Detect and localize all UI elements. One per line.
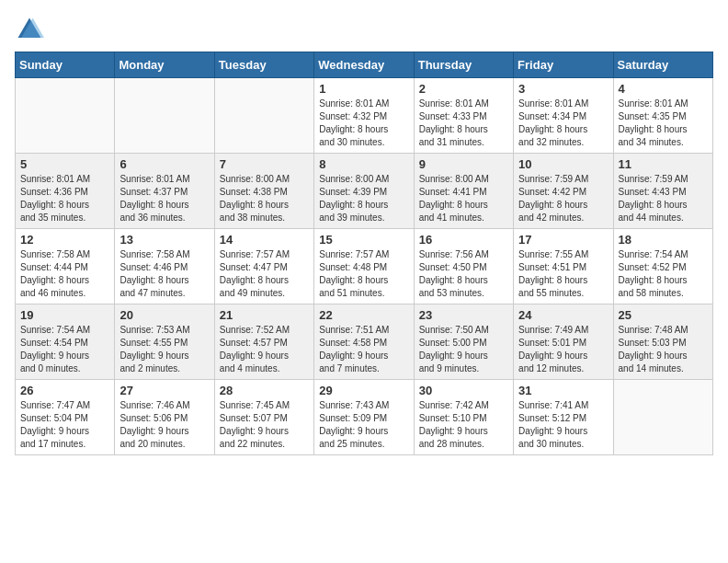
header-tuesday: Tuesday [214, 52, 313, 78]
calendar-cell: 8Sunrise: 8:00 AM Sunset: 4:39 PM Daylig… [314, 154, 414, 229]
cell-day-number: 3 [518, 82, 608, 96]
cell-day-number: 18 [619, 233, 708, 247]
cell-day-number: 20 [119, 308, 209, 322]
cell-day-number: 25 [619, 308, 708, 322]
calendar-cell [214, 78, 313, 154]
calendar-week-4: 19Sunrise: 7:54 AM Sunset: 4:54 PM Dayli… [16, 304, 713, 380]
cell-day-info: Sunrise: 7:48 AM Sunset: 5:03 PM Dayligh… [619, 324, 708, 375]
calendar-week-5: 26Sunrise: 7:47 AM Sunset: 5:04 PM Dayli… [16, 380, 713, 455]
cell-day-number: 5 [20, 157, 109, 171]
cell-day-number: 14 [220, 233, 309, 247]
cell-day-info: Sunrise: 7:46 AM Sunset: 5:06 PM Dayligh… [119, 399, 209, 451]
cell-day-info: Sunrise: 7:41 AM Sunset: 5:12 PM Dayligh… [518, 399, 608, 451]
calendar-cell: 26Sunrise: 7:47 AM Sunset: 5:04 PM Dayli… [16, 380, 115, 455]
header-sunday: Sunday [16, 52, 115, 78]
cell-day-number: 24 [518, 308, 608, 322]
calendar-cell: 16Sunrise: 7:56 AM Sunset: 4:50 PM Dayli… [414, 229, 513, 304]
cell-day-number: 29 [319, 384, 408, 397]
calendar-cell: 31Sunrise: 7:41 AM Sunset: 5:12 PM Dayli… [514, 380, 613, 455]
calendar-cell: 21Sunrise: 7:52 AM Sunset: 4:57 PM Dayli… [214, 304, 313, 380]
header-wednesday: Wednesday [314, 52, 414, 78]
cell-day-number: 7 [220, 157, 309, 171]
calendar-cell: 7Sunrise: 8:00 AM Sunset: 4:38 PM Daylig… [214, 154, 313, 229]
header-saturday: Saturday [613, 52, 712, 78]
calendar-cell: 23Sunrise: 7:50 AM Sunset: 5:00 PM Dayli… [414, 304, 513, 380]
cell-day-number: 13 [119, 233, 209, 247]
calendar-week-2: 5Sunrise: 8:01 AM Sunset: 4:36 PM Daylig… [16, 154, 713, 229]
cell-day-number: 26 [20, 384, 109, 397]
cell-day-info: Sunrise: 7:50 AM Sunset: 5:00 PM Dayligh… [419, 324, 508, 375]
calendar-header-row: SundayMondayTuesdayWednesdayThursdayFrid… [16, 52, 713, 78]
calendar-cell: 30Sunrise: 7:42 AM Sunset: 5:10 PM Dayli… [414, 380, 513, 455]
cell-day-info: Sunrise: 8:00 AM Sunset: 4:38 PM Dayligh… [220, 173, 309, 224]
calendar-cell: 3Sunrise: 8:01 AM Sunset: 4:34 PM Daylig… [514, 78, 613, 154]
calendar-week-3: 12Sunrise: 7:58 AM Sunset: 4:44 PM Dayli… [16, 229, 713, 304]
cell-day-number: 2 [419, 82, 508, 96]
header-monday: Monday [115, 52, 214, 78]
cell-day-number: 4 [619, 82, 708, 96]
page-header [15, 15, 713, 44]
cell-day-number: 21 [220, 308, 309, 322]
cell-day-number: 6 [119, 157, 209, 171]
cell-day-info: Sunrise: 7:47 AM Sunset: 5:04 PM Dayligh… [20, 399, 109, 451]
header-friday: Friday [514, 52, 613, 78]
cell-day-number: 15 [319, 233, 408, 247]
cell-day-number: 22 [319, 308, 408, 322]
cell-day-info: Sunrise: 8:01 AM Sunset: 4:36 PM Dayligh… [20, 173, 109, 224]
cell-day-number: 31 [518, 384, 608, 397]
cell-day-info: Sunrise: 7:51 AM Sunset: 4:58 PM Dayligh… [319, 324, 408, 375]
calendar-cell: 4Sunrise: 8:01 AM Sunset: 4:35 PM Daylig… [613, 78, 712, 154]
calendar-cell: 11Sunrise: 7:59 AM Sunset: 4:43 PM Dayli… [613, 154, 712, 229]
calendar-table: SundayMondayTuesdayWednesdayThursdayFrid… [15, 52, 713, 455]
cell-day-info: Sunrise: 7:54 AM Sunset: 4:52 PM Dayligh… [619, 248, 708, 300]
cell-day-number: 19 [20, 308, 109, 322]
cell-day-info: Sunrise: 7:58 AM Sunset: 4:46 PM Dayligh… [119, 248, 209, 300]
cell-day-info: Sunrise: 7:56 AM Sunset: 4:50 PM Dayligh… [419, 248, 508, 300]
cell-day-info: Sunrise: 7:45 AM Sunset: 5:07 PM Dayligh… [220, 399, 309, 451]
calendar-week-1: 1Sunrise: 8:01 AM Sunset: 4:32 PM Daylig… [16, 78, 713, 154]
cell-day-info: Sunrise: 7:43 AM Sunset: 5:09 PM Dayligh… [319, 399, 408, 451]
cell-day-info: Sunrise: 8:00 AM Sunset: 4:39 PM Dayligh… [319, 173, 408, 224]
cell-day-info: Sunrise: 8:01 AM Sunset: 4:34 PM Dayligh… [518, 98, 608, 149]
cell-day-info: Sunrise: 7:55 AM Sunset: 4:51 PM Dayligh… [518, 248, 608, 300]
cell-day-info: Sunrise: 7:58 AM Sunset: 4:44 PM Dayligh… [20, 248, 109, 300]
cell-day-info: Sunrise: 7:57 AM Sunset: 4:48 PM Dayligh… [319, 248, 408, 300]
cell-day-info: Sunrise: 8:00 AM Sunset: 4:41 PM Dayligh… [419, 173, 508, 224]
logo-icon [15, 15, 44, 44]
calendar-cell: 28Sunrise: 7:45 AM Sunset: 5:07 PM Dayli… [214, 380, 313, 455]
cell-day-number: 30 [419, 384, 508, 397]
calendar-cell: 15Sunrise: 7:57 AM Sunset: 4:48 PM Dayli… [314, 229, 414, 304]
calendar-cell: 13Sunrise: 7:58 AM Sunset: 4:46 PM Dayli… [115, 229, 214, 304]
cell-day-info: Sunrise: 7:59 AM Sunset: 4:43 PM Dayligh… [619, 173, 708, 224]
cell-day-info: Sunrise: 7:53 AM Sunset: 4:55 PM Dayligh… [119, 324, 209, 375]
calendar-cell: 1Sunrise: 8:01 AM Sunset: 4:32 PM Daylig… [314, 78, 414, 154]
cell-day-number: 27 [119, 384, 209, 397]
header-thursday: Thursday [414, 52, 513, 78]
calendar-cell: 9Sunrise: 8:00 AM Sunset: 4:41 PM Daylig… [414, 154, 513, 229]
cell-day-number: 16 [419, 233, 508, 247]
cell-day-number: 23 [419, 308, 508, 322]
cell-day-info: Sunrise: 7:52 AM Sunset: 4:57 PM Dayligh… [220, 324, 309, 375]
cell-day-info: Sunrise: 8:01 AM Sunset: 4:32 PM Dayligh… [319, 98, 408, 149]
calendar-cell: 20Sunrise: 7:53 AM Sunset: 4:55 PM Dayli… [115, 304, 214, 380]
calendar-cell: 6Sunrise: 8:01 AM Sunset: 4:37 PM Daylig… [115, 154, 214, 229]
calendar-cell: 5Sunrise: 8:01 AM Sunset: 4:36 PM Daylig… [16, 154, 115, 229]
calendar-cell: 29Sunrise: 7:43 AM Sunset: 5:09 PM Dayli… [314, 380, 414, 455]
cell-day-number: 11 [619, 157, 708, 171]
calendar-cell: 18Sunrise: 7:54 AM Sunset: 4:52 PM Dayli… [613, 229, 712, 304]
calendar-cell: 17Sunrise: 7:55 AM Sunset: 4:51 PM Dayli… [514, 229, 613, 304]
cell-day-info: Sunrise: 7:54 AM Sunset: 4:54 PM Dayligh… [20, 324, 109, 375]
calendar-cell: 14Sunrise: 7:57 AM Sunset: 4:47 PM Dayli… [214, 229, 313, 304]
cell-day-number: 9 [419, 157, 508, 171]
calendar-cell: 24Sunrise: 7:49 AM Sunset: 5:01 PM Dayli… [514, 304, 613, 380]
cell-day-number: 17 [518, 233, 608, 247]
cell-day-info: Sunrise: 8:01 AM Sunset: 4:35 PM Dayligh… [619, 98, 708, 149]
cell-day-info: Sunrise: 8:01 AM Sunset: 4:37 PM Dayligh… [119, 173, 209, 224]
calendar-cell: 27Sunrise: 7:46 AM Sunset: 5:06 PM Dayli… [115, 380, 214, 455]
cell-day-info: Sunrise: 7:59 AM Sunset: 4:42 PM Dayligh… [518, 173, 608, 224]
cell-day-number: 12 [20, 233, 109, 247]
calendar-cell [16, 78, 115, 154]
calendar-cell: 10Sunrise: 7:59 AM Sunset: 4:42 PM Dayli… [514, 154, 613, 229]
calendar-cell: 12Sunrise: 7:58 AM Sunset: 4:44 PM Dayli… [16, 229, 115, 304]
logo [15, 15, 48, 44]
